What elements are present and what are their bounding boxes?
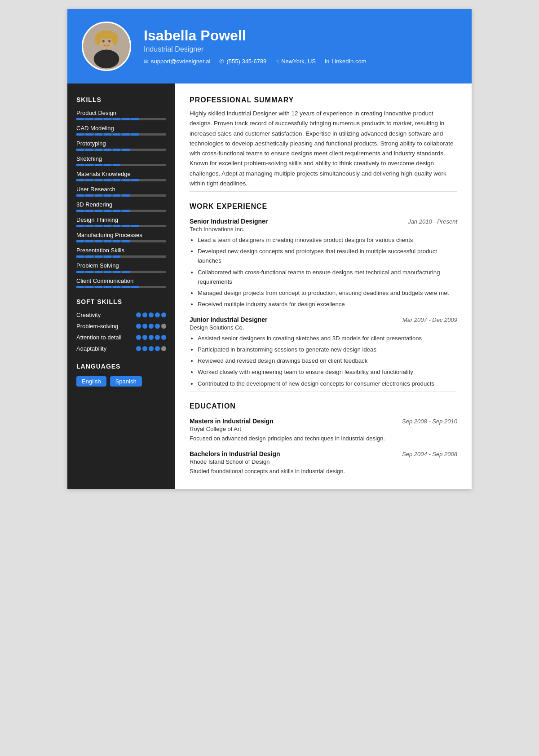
skill-bar-segment <box>149 255 157 258</box>
skill-bar-segment <box>131 271 139 273</box>
skill-name: Design Thinking <box>76 216 166 223</box>
edu-school: Rhode Island School of Design <box>190 458 457 465</box>
edu-header: Bachelors in Industrial DesignSep 2004 -… <box>190 450 457 457</box>
job-bullet: Contributed to the development of new de… <box>198 379 457 388</box>
skill-bar-segment <box>113 118 120 120</box>
dot <box>161 335 166 340</box>
skill-bar-segment <box>122 164 129 166</box>
job-entry: Junior Industrial DesignerMar 2007 - Dec… <box>190 316 457 388</box>
dot <box>142 312 147 317</box>
skill-bar-segment <box>95 149 102 151</box>
education-title: EDUCATION <box>190 402 457 410</box>
skill-name: CAD Modeling <box>76 125 166 132</box>
skill-bar-segment <box>122 210 129 212</box>
skill-bar <box>76 164 166 166</box>
job-bullets: Lead a team of designers in creating inn… <box>190 235 457 309</box>
skill-bar-segment <box>149 271 157 273</box>
skill-bar-segment <box>85 286 93 288</box>
education-entry: Bachelors in Industrial DesignSep 2004 -… <box>190 450 457 476</box>
skill-bar-segment <box>113 149 120 151</box>
skill-bar-segment <box>159 194 166 197</box>
job-bullet: Developed new design concepts and protot… <box>198 246 457 265</box>
skill-bar-segment <box>76 179 84 181</box>
soft-skills-section-title: SOFT SKILLS <box>76 298 166 305</box>
skill-bar-segment <box>131 194 139 197</box>
skill-bar-segment <box>140 118 148 120</box>
skill-bar-segment <box>85 255 93 258</box>
summary-divider <box>190 191 457 192</box>
skill-bar-segment <box>159 133 166 136</box>
skill-bar-segment <box>104 225 111 227</box>
edu-date: Sep 2008 - Sep 2010 <box>402 418 457 425</box>
skill-bar-segment <box>149 194 157 197</box>
skill-bar-segment <box>122 149 129 151</box>
skill-item: Design Thinking <box>76 216 166 227</box>
skill-bar-segment <box>131 240 139 242</box>
skill-bar-segment <box>104 194 111 197</box>
skill-bar-segment <box>85 179 93 181</box>
skill-bar-segment <box>76 149 84 151</box>
skill-bar-segment <box>104 133 111 136</box>
skill-bar <box>76 210 166 212</box>
skill-bar-segment <box>149 118 157 120</box>
skill-bar <box>76 149 166 151</box>
job-entry: Senior Industrial DesignerJan 2010 - Pre… <box>190 218 457 309</box>
job-bullet: Managed design projects from concept to … <box>198 288 457 298</box>
skill-bar-segment <box>76 225 84 227</box>
skill-bar-segment <box>113 210 120 212</box>
job-bullet: Lead a team of designers in creating inn… <box>198 235 457 245</box>
skill-bar-segment <box>122 194 129 197</box>
svg-point-5 <box>112 33 118 45</box>
skill-bar-segment <box>95 225 102 227</box>
contact-linkedin: in LinkedIn.com <box>325 58 366 65</box>
job-header: Junior Industrial DesignerMar 2007 - Dec… <box>190 316 457 323</box>
job-header: Senior Industrial DesignerJan 2010 - Pre… <box>190 218 457 225</box>
skill-bar-segment <box>95 194 102 197</box>
main-content: PROFESSIONAL SUMMARY Highly skilled Indu… <box>175 84 472 489</box>
skill-bar-segment <box>122 133 129 136</box>
dot <box>149 312 154 317</box>
work-title: WORK EXPERIENCE <box>190 202 457 211</box>
skill-bar-segment <box>140 164 148 166</box>
skill-item: User Research <box>76 186 166 197</box>
edu-degree: Bachelors in Industrial Design <box>190 450 280 457</box>
skill-bar-segment <box>85 240 93 242</box>
skill-bar-segment <box>76 271 84 273</box>
job-bullet: Worked closely with engineering team to … <box>198 367 457 377</box>
location-icon: ⌂ <box>275 58 279 65</box>
skill-bar <box>76 271 166 273</box>
summary-text: Highly skilled Industrial Designer with … <box>190 109 457 189</box>
soft-skill-dots <box>136 334 166 340</box>
skill-bar-segment <box>140 225 148 227</box>
skill-bar-segment <box>131 164 139 166</box>
dot <box>155 346 160 351</box>
skill-bar-segment <box>131 118 139 120</box>
job-bullet: Collaborated with cross-functional teams… <box>198 268 457 286</box>
soft-skills-list: CreativityProblem-solvingAttention to de… <box>76 312 166 353</box>
skill-bar-segment <box>104 240 111 242</box>
languages-section-title: LANGUAGES <box>76 363 166 370</box>
skill-bar-segment <box>104 255 111 258</box>
skill-bar-segment <box>122 255 129 258</box>
dot <box>142 335 147 340</box>
skill-bar-segment <box>149 286 157 288</box>
dot <box>155 335 160 340</box>
skill-bar-segment <box>159 271 166 273</box>
skill-bar-segment <box>104 118 111 120</box>
sidebar: SKILLS Product DesignCAD ModelingPrototy… <box>67 84 175 489</box>
skill-bar-segment <box>122 225 129 227</box>
skills-list: Product DesignCAD ModelingPrototypingSke… <box>76 110 166 288</box>
soft-skill-name: Attention to detail <box>76 334 133 342</box>
summary-title: PROFESSIONAL SUMMARY <box>190 96 457 104</box>
edu-school: Royal College of Art <box>190 426 457 432</box>
skill-bar-segment <box>104 179 111 181</box>
skill-bar <box>76 194 166 197</box>
dot <box>142 324 147 329</box>
dot <box>155 312 160 317</box>
edu-degree: Masters in Industrial Design <box>190 418 274 425</box>
skill-item: Product Design <box>76 110 166 120</box>
edu-date: Sep 2004 - Sep 2008 <box>402 451 457 457</box>
job-company: Tech Innovations Inc. <box>190 226 457 233</box>
skill-bar-segment <box>140 179 148 181</box>
job-date: Jan 2010 - Present <box>408 218 457 225</box>
